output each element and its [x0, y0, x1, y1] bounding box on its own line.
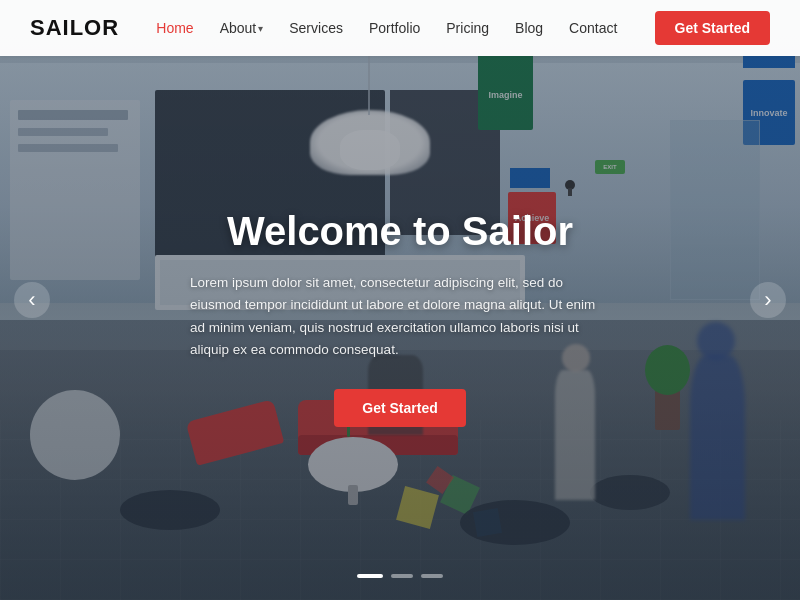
slider-prev-button[interactable]: ‹: [14, 282, 50, 318]
slider-dot-1[interactable]: [357, 574, 383, 578]
nav-item-blog[interactable]: Blog: [505, 14, 553, 42]
hero-title: Welcome to Sailor: [190, 208, 610, 254]
nav-item-services[interactable]: Services: [279, 14, 353, 42]
nav-link-services[interactable]: Services: [279, 14, 353, 42]
slider-next-button[interactable]: ›: [750, 282, 786, 318]
hero-cta-button[interactable]: Get Started: [334, 389, 465, 427]
nav-item-about[interactable]: About ▾: [210, 14, 274, 42]
nav-item-contact[interactable]: Contact: [559, 14, 627, 42]
chevron-down-icon: ▾: [258, 23, 263, 34]
slider-dot-3[interactable]: [421, 574, 443, 578]
nav-menu: Home About ▾ Services Portfolio Pricing …: [146, 14, 627, 42]
hero-section: Imagine Innovate Achieve: [0, 0, 800, 600]
nav-link-portfolio[interactable]: Portfolio: [359, 14, 430, 42]
chevron-left-icon: ‹: [28, 287, 35, 313]
nav-item-pricing[interactable]: Pricing: [436, 14, 499, 42]
slider-dots: [357, 574, 443, 578]
nav-link-blog[interactable]: Blog: [505, 14, 553, 42]
hero-description: Lorem ipsum dolor sit amet, consectetur …: [190, 272, 610, 361]
nav-link-home[interactable]: Home: [146, 14, 203, 42]
nav-item-portfolio[interactable]: Portfolio: [359, 14, 430, 42]
nav-link-contact[interactable]: Contact: [559, 14, 627, 42]
nav-link-about[interactable]: About ▾: [210, 14, 274, 42]
nav-item-home[interactable]: Home: [146, 14, 203, 42]
get-started-button[interactable]: Get Started: [655, 11, 770, 45]
slider-dot-2[interactable]: [391, 574, 413, 578]
chevron-right-icon: ›: [764, 287, 771, 313]
brand-logo[interactable]: SAILOR: [30, 15, 119, 41]
nav-link-pricing[interactable]: Pricing: [436, 14, 499, 42]
hero-content: Welcome to Sailor Lorem ipsum dolor sit …: [190, 208, 610, 427]
navbar: SAILOR Home About ▾ Services Portfolio P…: [0, 0, 800, 56]
